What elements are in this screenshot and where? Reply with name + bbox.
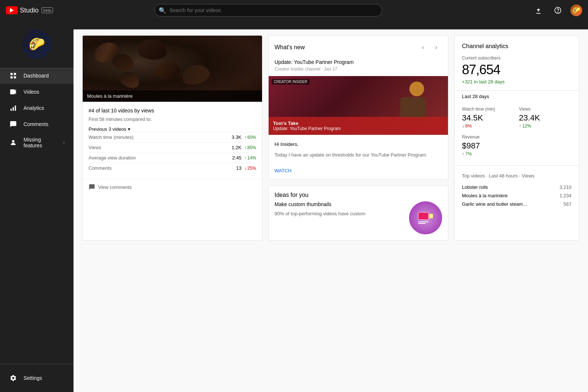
down-arrow-comments bbox=[244, 166, 247, 171]
mussel-6 bbox=[180, 62, 212, 87]
middle-column: What's new ‹ › Update: YouTube Partner P… bbox=[268, 35, 448, 241]
stat-row-watchtime: Watch time (minutes) 3.3K 60% bbox=[89, 132, 256, 142]
compare-label: First 58 minutes compared to: bbox=[89, 116, 152, 122]
top-video-views-1: 3,210 bbox=[559, 184, 571, 190]
analytics-card-title: Channel analytics bbox=[462, 43, 571, 50]
last28-label: Last 28 days bbox=[455, 94, 579, 107]
svg-rect-4 bbox=[11, 76, 13, 79]
top-video-views-2: 1,234 bbox=[559, 193, 571, 198]
update-thumbnail: CREATOR INSIDER Tom's Take Update: YouTu… bbox=[269, 76, 448, 135]
idea-illustration bbox=[409, 201, 442, 234]
top-video-views-3: 567 bbox=[563, 201, 571, 207]
avgduration-delta: 14% bbox=[244, 155, 256, 161]
watch-time-metric-label: Watch time (min) bbox=[462, 107, 514, 112]
thumbnail-title-overlay: Moules à la marinière bbox=[83, 90, 262, 102]
video-rank: #4 of last 10 videos by views bbox=[89, 108, 256, 114]
subscribers-label: Current subscribers bbox=[462, 55, 571, 61]
videos-icon bbox=[9, 88, 18, 96]
sidebar-item-comments[interactable]: Comments bbox=[0, 116, 74, 132]
search-area: 🔍 bbox=[154, 4, 382, 17]
watch-time-value: 3.3K bbox=[232, 134, 241, 140]
revenue-delta: ↑ 7% bbox=[462, 151, 571, 157]
user-avatar[interactable]: 🌮 bbox=[570, 4, 582, 16]
ideas-header: Ideas for you bbox=[269, 186, 448, 201]
sidebar-item-dashboard[interactable]: Dashboard bbox=[0, 68, 74, 84]
top-videos-section: Top videos · Last 48 hours · Views Lobst… bbox=[455, 169, 579, 213]
update-body: Hi Insiders, Today I have an update on t… bbox=[269, 135, 448, 165]
comments-delta: 25% bbox=[244, 166, 256, 171]
compare-select[interactable]: Previous 3 videos ▾ bbox=[89, 126, 256, 132]
avatar-image: 🌮 bbox=[570, 4, 582, 16]
table-row: Garlic wine and butter steam… 567 bbox=[462, 200, 571, 208]
compare-option-text: Previous 3 videos bbox=[89, 126, 126, 132]
whats-new-title: What's new bbox=[275, 44, 305, 51]
sidebar-item-analytics-label: Analytics bbox=[24, 105, 65, 111]
next-button[interactable]: › bbox=[430, 42, 442, 53]
channel-avatar[interactable]: 🌮 bbox=[22, 29, 51, 59]
upload-button[interactable] bbox=[532, 4, 545, 17]
ideas-title: Ideas for you bbox=[275, 192, 309, 198]
watch-time-metric: Watch time (min) 34.5K ↓ 8% bbox=[462, 107, 514, 129]
person-figure bbox=[400, 82, 433, 122]
watch-time-label: Watch time (minutes) bbox=[89, 134, 232, 140]
prev-button[interactable]: ‹ bbox=[417, 42, 429, 53]
update-meta: Creator Insider channel · Jan 17 bbox=[269, 66, 448, 76]
table-row: Moules à la marinière 1,234 bbox=[462, 191, 571, 200]
sidebar-item-analytics[interactable]: Analytics bbox=[0, 100, 74, 116]
update-greeting: Hi Insiders, bbox=[275, 141, 442, 148]
thumbnail-title-area: Tom's Take Update: YouTube Partner Progr… bbox=[269, 117, 448, 135]
card-nav-buttons: ‹ › bbox=[417, 42, 442, 53]
content-grid: Moules à la marinière #4 of last 10 vide… bbox=[74, 29, 588, 247]
sidebar: 🌮 Dashboard Videos Analytics Comments bbox=[0, 21, 74, 247]
thumbnail-bg: CREATOR INSIDER Tom's Take Update: YouTu… bbox=[269, 76, 448, 135]
mussel-5 bbox=[117, 69, 142, 90]
sidebar-item-videos-label: Videos bbox=[24, 89, 65, 95]
beta-badge: beta bbox=[42, 7, 53, 13]
top-video-name-1: Lobster rolls bbox=[462, 184, 488, 190]
sidebar-item-dashboard-label: Dashboard bbox=[24, 73, 65, 79]
update-text: Today I have an update on thresholds for… bbox=[275, 151, 442, 159]
idea-title: Make custom thumbnails bbox=[275, 201, 403, 210]
nav-actions: 🌮 bbox=[532, 4, 582, 17]
stat-row-views: Views 1.2K 85% bbox=[89, 142, 256, 152]
avgduration-value: 2:45 bbox=[232, 155, 241, 161]
whats-new-card: What's new ‹ › Update: YouTube Partner P… bbox=[268, 35, 448, 180]
mussel-3 bbox=[137, 38, 168, 61]
views-value: 1.2K bbox=[232, 145, 241, 150]
svg-rect-5 bbox=[14, 76, 16, 79]
mussel-4 bbox=[155, 60, 181, 81]
subscribers-section: Current subscribers 87,654 +321 in last … bbox=[455, 51, 579, 84]
last28-text: Last 28 days bbox=[462, 94, 571, 99]
illustration-circle bbox=[409, 201, 442, 234]
sidebar-item-missing-features[interactable]: Missing features › bbox=[0, 132, 74, 153]
revenue-section: Revenue $987 ↑ 7% bbox=[455, 134, 579, 162]
view-comments-button[interactable]: View comments bbox=[83, 179, 262, 195]
svg-rect-9 bbox=[12, 107, 14, 111]
search-input[interactable] bbox=[154, 4, 382, 17]
help-button[interactable] bbox=[551, 4, 564, 17]
channel-avatar-image: 🌮 bbox=[22, 29, 51, 59]
up-arrow-views bbox=[244, 145, 247, 150]
svg-rect-6 bbox=[10, 89, 15, 94]
svg-rect-3 bbox=[14, 73, 16, 75]
thumbnail-main-title: Tom's Take bbox=[273, 121, 444, 126]
views-metric: Views 23.4K ↑ 12% bbox=[519, 107, 571, 129]
view-comments-label: View comments bbox=[98, 184, 132, 190]
svg-rect-12 bbox=[418, 212, 429, 220]
revenue-label: Revenue bbox=[462, 134, 571, 140]
views-metric-value: 23.4K bbox=[519, 113, 571, 123]
analytics-card: Channel analytics Current subscribers 87… bbox=[454, 35, 579, 241]
comments-stat-value: 13 bbox=[236, 165, 241, 171]
thumbnail-icon bbox=[416, 209, 435, 227]
dropdown-icon: ▾ bbox=[128, 126, 130, 132]
search-icon: 🔍 bbox=[159, 7, 166, 14]
top-video-name-2: Moules à la marinière bbox=[462, 193, 508, 198]
sidebar-item-videos[interactable]: Videos bbox=[0, 84, 74, 100]
thumbnail-subtitle: Update: YouTube Partner Program bbox=[273, 126, 444, 131]
svg-rect-8 bbox=[11, 109, 12, 111]
sidebar-nav: Dashboard Videos Analytics Comments Miss… bbox=[0, 68, 74, 247]
youtube-logo[interactable]: Studio beta bbox=[6, 6, 53, 14]
idea-description: 90% of top-performing videos have custom bbox=[275, 210, 403, 217]
watch-link[interactable]: WATCH bbox=[269, 165, 448, 179]
subscribers-delta: +321 in last 28 days bbox=[462, 79, 571, 84]
